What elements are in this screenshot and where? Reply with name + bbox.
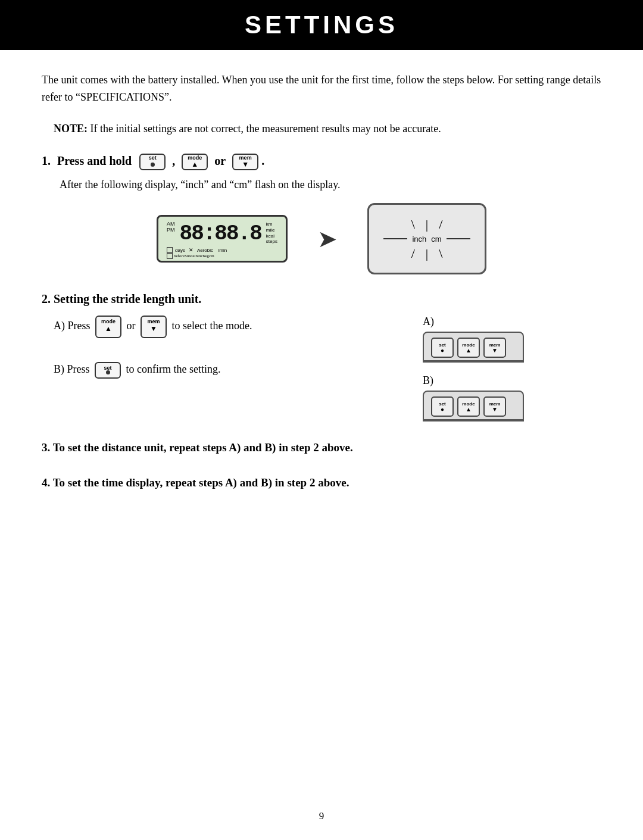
step3-block: 3. To set the distance unit, repeat step… [42,439,601,457]
backslash-icon: \ [411,217,415,232]
btn-mode-diag-b: mode ▲ [457,396,480,417]
btn-group-wrap-b: set ● mode ▲ mem ▼ [423,391,524,419]
substepA-suffix: to select the mode. [172,320,252,332]
set-center-dot: ● [441,348,444,354]
inch-cm-display: \ | / inch cm / | \ [367,203,486,274]
mode-label-a: mode [101,317,116,326]
set-label: set [149,155,157,161]
lcd-aerobic: Aerobic [197,248,213,253]
btn-mem-diag: mem ▼ [483,338,506,358]
slash2-icon: / [411,246,415,261]
note-text: NOTE: If the initial settings are not co… [42,120,601,138]
inch-cm-row: inch cm [383,235,470,243]
underline-b [423,419,524,421]
comma-separator: , [172,154,175,167]
btn-mem-diag-b: mem ▼ [483,396,506,417]
btn-group-a: set ● mode ▲ mem ▼ [423,332,524,363]
step2-title: 2. Setting the stride length unit. [42,292,601,306]
or-separator: or [214,154,226,167]
step2-block: 2. Setting the stride length unit. A) Pr… [42,292,601,421]
step4-block: 4. To set the time display, repeat steps… [42,474,601,492]
lcd-aerobic-icon: ✕ [189,247,193,253]
note-label: NOTE: [54,123,88,135]
mode-center-arrow-b: ▲ [466,407,472,413]
step3-text: 3. To set the distance unit, repeat step… [42,439,601,457]
arrow-right-icon: ➤ [317,225,338,253]
set-button-icon: set [139,154,166,170]
mode-center-arrow: ▲ [466,348,472,354]
mem-btn-a: mem ▼ [141,316,167,338]
header-bar: SETTINGS [0,0,643,50]
lcd-min: /min [218,248,227,253]
step1-title: 1. Press and hold set , mode ▲ or mem ▼ … [42,154,601,170]
right-line [447,238,470,239]
step1-label: Press and hold [57,154,132,167]
lcd-ampm: AMPM [167,221,175,233]
note-body: If the initial settings are not correct,… [90,123,441,135]
set-btn-b: set [95,362,121,379]
set-label-b: set [104,363,112,373]
substepB-text: B) Press set to confirm the setting. [42,360,411,379]
cm-label: cm [431,235,441,243]
slash-icon: / [439,217,442,232]
substepA-label: A) Press [54,320,93,332]
lcd-checkbox2 [167,253,173,259]
lcd-right-labels: kmmilekcalsteps [266,221,277,244]
pipe2-icon: | [426,246,428,261]
mem-label-a: mem [147,317,160,326]
lcd-checkbox1 [167,247,173,253]
step1-number: 1. [42,154,51,167]
step2-diagrams: A) set ● mode ▲ [411,316,601,421]
backslash2-icon: \ [439,246,442,261]
page-title: SETTINGS [42,11,601,39]
mem-center-arrow: ▼ [492,348,498,354]
step3-content: To set the distance unit, repeat steps A… [53,441,353,454]
pipe-icon: | [426,217,428,232]
set-center-dot-b: ● [441,407,444,413]
step2-label: Setting the stride length unit. [54,292,201,305]
substepB-label: B) Press [54,363,92,375]
mem-center-arrow-b: ▼ [492,407,498,413]
inch-cm-container: \ | / inch cm / | \ [367,203,486,274]
lcd-days: days [175,248,185,253]
lcd-bottom2: beforeStridelbinchkgcm [167,253,277,259]
btn-mode-diag: mode ▲ [457,338,480,358]
mode-btn-a: mode ▲ [95,316,121,338]
substepA-or: or [127,320,139,332]
btn-group-wrap-a: set ● mode ▲ mem ▼ [423,332,524,360]
btn-group-b: set ● mode ▲ mem ▼ [423,391,524,421]
btn-set-diag-b: set ● [431,396,454,417]
step3-number: 3. [42,441,53,454]
step4-number: 4. [42,476,53,489]
lcd-display: AMPM 88:88.8 kmmilekcalsteps days ✕ Aero… [157,215,288,263]
lcd-top-row: AMPM 88:88.8 kmmilekcalsteps [167,221,277,246]
page-number: 9 [0,810,643,822]
lcd-bottom-text: beforeStridelbinchkgcm [174,254,214,258]
step1-block: 1. Press and hold set , mode ▲ or mem ▼ … [42,154,601,274]
lcd-digits: 88:88.8 [180,221,261,246]
mode-arrow-icon: ▲ [191,161,198,168]
step4-content: To set the time display, repeat steps A)… [53,476,349,489]
diagram-b: B) set ● mode ▲ [423,374,601,421]
diagram-b-label: B) [423,374,601,387]
bottom-arrows: / | \ [411,246,443,261]
mode-button-icon: mode ▲ [182,154,208,170]
underline-a [423,360,524,363]
period-end: . [261,154,264,167]
mem-button-icon: mem ▼ [232,154,258,170]
step2-content: A) Press mode ▲ or mem ▼ to select the m… [42,316,601,421]
mode-label: mode [188,155,202,161]
step2-number: 2. [42,292,54,305]
page-container: SETTINGS The unit comes with the battery… [0,0,643,840]
mem-label: mem [239,155,252,161]
substepB-suffix: to confirm the setting. [126,363,221,375]
set-dot-icon [151,163,155,167]
btn-set-diag: set ● [431,338,454,358]
mem-arrow-icon: ▼ [242,161,249,168]
step2-text-col: A) Press mode ▲ or mem ▼ to select the m… [42,316,411,379]
top-arrows: \ | / [411,217,443,232]
step1-sub-text: After the following display, “inch” and … [42,179,601,191]
intro-text: The unit comes with the battery installe… [42,71,601,106]
substepA-text: A) Press mode ▲ or mem ▼ to select the m… [42,316,411,338]
step4-text: 4. To set the time display, repeat steps… [42,474,601,492]
